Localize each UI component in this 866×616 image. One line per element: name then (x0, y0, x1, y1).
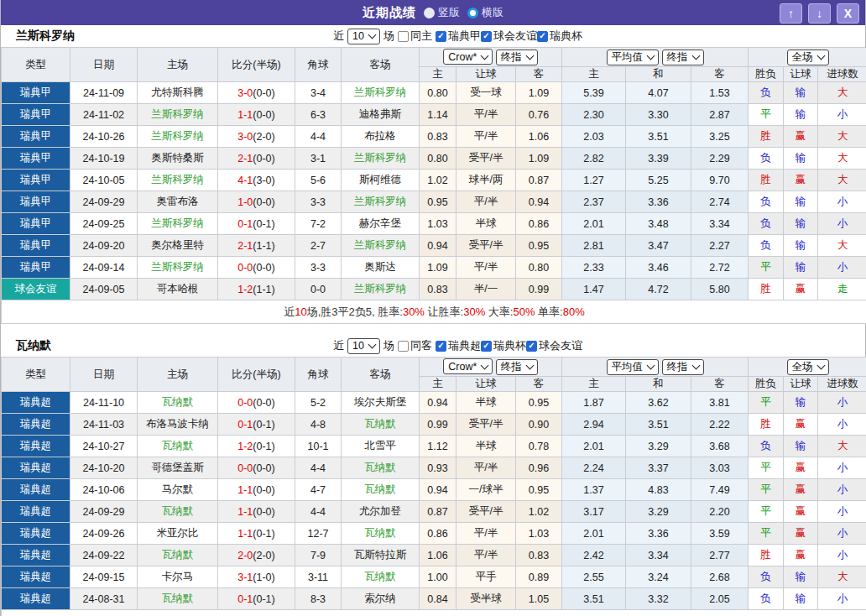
avg-select[interactable]: 平均值 (607, 359, 660, 375)
result-handicap: 输 (784, 82, 818, 104)
asia-home-odds: 0.94 (420, 479, 456, 501)
col-euro-home: 主 (562, 377, 626, 392)
league-filter-checkbox[interactable]: ✓球会友谊 (526, 338, 582, 353)
result-goals: 小 (818, 479, 866, 501)
league-filter-checkbox[interactable]: ✓瑞典甲 (436, 29, 481, 44)
league-cell: 瑞典超 (2, 501, 70, 523)
euro-home-odds: 3.51 (562, 588, 626, 610)
asia-handicap: 受平/半 (456, 148, 516, 170)
result-handicap: 输 (784, 213, 818, 235)
result-handicap: 赢 (784, 279, 818, 300)
away-team-cell: 尤尔加登 (342, 501, 420, 523)
scroll-down-button[interactable]: ↓ (808, 3, 831, 23)
away-team-cell: 瓦纳默 (342, 523, 420, 545)
col-euro-away: 客 (691, 67, 749, 82)
asia-home-odds: 0.83 (420, 279, 456, 300)
team-section-varnamo: 瓦纳默 近 10 场 同客 ✓瑞典超✓瑞典杯✓球会友谊 (1, 335, 865, 616)
euro-away-odds: 1.53 (691, 82, 749, 104)
score-cell: 0-1(0-1) (218, 414, 295, 436)
date-cell: 24-10-26 (70, 126, 138, 148)
score-cell: 0-1(0-1) (218, 213, 295, 235)
away-team-cell: 瓦纳默 (342, 566, 420, 588)
col-euro-draw: 和 (626, 67, 691, 82)
date-cell: 24-10-06 (70, 479, 138, 501)
asia-away-odds: 0.83 (516, 545, 562, 566)
scope-select[interactable]: 全场 (787, 50, 829, 65)
euro-stage-select[interactable]: 终指 (662, 50, 704, 65)
chevron-down-icon (481, 361, 489, 369)
result-handicap: 赢 (784, 523, 818, 545)
recent-count-select[interactable]: 10 (347, 29, 380, 44)
asia-handicap: 平/半 (456, 104, 516, 126)
euro-home-odds: 1.47 (562, 279, 626, 300)
team-name: 兰斯科罗纳 (16, 29, 75, 44)
euro-odds-group: 平均值 终指 (562, 48, 749, 67)
checkbox-checked-icon: ✓ (436, 341, 446, 352)
euro-draw-odds: 3.37 (626, 457, 691, 479)
away-team-cell: 索尔纳 (342, 588, 420, 610)
same-venue-checkbox[interactable]: 同主 (398, 29, 432, 44)
result-goals: 小 (818, 588, 866, 610)
asia-away-odds: 1.03 (516, 523, 562, 545)
euro-home-odds: 2.33 (562, 257, 626, 279)
summary-value: 50% (513, 305, 535, 318)
asia-handicap: 受平/半 (456, 501, 516, 523)
asia-stage-select[interactable]: 终指 (496, 50, 538, 65)
same-venue-checkbox[interactable]: 同客 (398, 338, 432, 353)
bookmaker-select[interactable]: Crow* (443, 358, 493, 374)
asia-handicap: 平/半 (456, 126, 516, 148)
col-euro-away: 客 (691, 377, 749, 392)
asia-odds-group: Crow* 终指 (420, 358, 562, 377)
score-cell: 2-1(1-1) (218, 235, 295, 257)
league-filter-checkbox[interactable]: ✓瑞典杯 (537, 29, 582, 44)
arrow-down-icon: ↓ (816, 7, 822, 20)
scroll-up-button[interactable]: ↑ (780, 3, 802, 23)
result-goals: 小 (818, 392, 866, 414)
away-team-cell: 埃尔夫斯堡 (342, 392, 420, 414)
col-asia-away: 客 (516, 377, 562, 392)
col-home: 主场 (138, 48, 218, 82)
close-button[interactable]: X (837, 3, 859, 23)
col-result-goals: 进球数 (818, 377, 866, 392)
euro-draw-odds: 3.34 (626, 545, 691, 566)
euro-stage-select[interactable]: 终指 (662, 359, 704, 375)
away-team-cell: 兰斯科罗纳 (342, 279, 420, 300)
euro-away-odds: 7.49 (691, 479, 749, 501)
summary-value: 30% (403, 305, 425, 318)
league-filter-checkbox[interactable]: ✓球会友谊 (481, 29, 537, 44)
date-cell: 24-10-20 (70, 457, 138, 479)
home-team-cell: 兰斯科罗纳 (138, 257, 218, 279)
asia-handicap: 平/半 (456, 545, 516, 566)
euro-away-odds: 3.68 (691, 436, 749, 457)
league-cell: 瑞典甲 (2, 257, 70, 279)
league-filter-checkbox[interactable]: ✓瑞典杯 (481, 338, 526, 353)
avg-select[interactable]: 平均值 (607, 50, 660, 65)
euro-draw-odds: 3.62 (626, 392, 691, 414)
euro-home-odds: 1.87 (562, 392, 626, 414)
euro-away-odds: 2.74 (691, 191, 749, 213)
away-team-cell: 赫尔辛堡 (342, 213, 420, 235)
league-filter-checkbox[interactable]: ✓瑞典超 (436, 338, 481, 353)
league-cell: 瑞典超 (2, 414, 70, 436)
layout-vertical-radio[interactable]: 竖版 (424, 5, 460, 20)
result-goals: 走 (818, 279, 866, 300)
asia-home-odds: 1.02 (420, 170, 456, 191)
result-wdl: 负 (749, 588, 784, 610)
home-team-cell: 瓦纳默 (138, 436, 218, 457)
scope-select[interactable]: 全场 (787, 359, 829, 375)
result-handicap: 赢 (784, 501, 818, 523)
bookmaker-select[interactable]: Crow* (443, 49, 493, 65)
col-asia-home: 主 (420, 377, 456, 392)
summary-value: 80% (563, 305, 585, 318)
checkbox-checked-icon: ✓ (481, 31, 492, 42)
col-score: 比分(半场) (218, 358, 295, 392)
layout-horizontal-radio[interactable]: 横版 (467, 5, 503, 20)
asia-home-odds: 1.09 (420, 257, 456, 279)
euro-away-odds: 2.20 (691, 501, 749, 523)
result-goals: 小 (818, 457, 866, 479)
score-cell: 1-2(1-1) (218, 279, 295, 300)
asia-handicap: 半球 (456, 392, 516, 414)
euro-draw-odds: 3.24 (626, 566, 691, 588)
recent-count-select[interactable]: 10 (347, 338, 380, 354)
asia-stage-select[interactable]: 终指 (496, 359, 538, 375)
